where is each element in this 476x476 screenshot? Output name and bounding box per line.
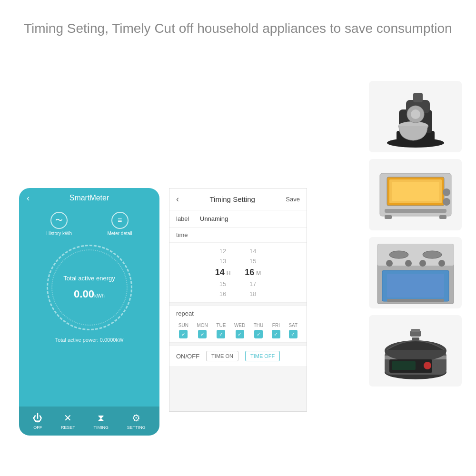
stand-mixer-image	[369, 81, 462, 152]
toaster-oven-image	[369, 159, 462, 230]
footer-reset-label: RESET	[61, 425, 75, 430]
svg-rect-33	[411, 329, 420, 332]
day-thu-check: ✓	[254, 330, 263, 338]
onoff-label: ON/OFF	[176, 353, 199, 360]
power-off-icon: ⏻	[33, 413, 42, 424]
day-wed[interactable]: WED ✓	[234, 323, 245, 338]
hour-12: 12	[219, 247, 226, 256]
footer-reset[interactable]: ✕ RESET	[61, 412, 75, 430]
history-kwh-item[interactable]: 〜 History kWh	[46, 212, 72, 236]
svg-point-7	[411, 109, 420, 119]
svg-point-27	[438, 260, 445, 267]
power-text: Total active power: 0.0000kW	[19, 335, 159, 345]
minutes-column: 14 15 16 M 17 18	[245, 247, 261, 298]
svg-point-20	[423, 251, 442, 258]
day-wed-check: ✓	[236, 330, 244, 338]
hours-column: 12 13 14 H 15 16	[215, 247, 231, 298]
footer-off-label: OFF	[33, 425, 42, 430]
day-sat-check: ✓	[289, 330, 298, 338]
timing-panel: ‹ Timing Setting Save label Unnaming tim…	[169, 188, 307, 412]
hour-16: 16	[219, 289, 226, 298]
timing-panel-title: Timing Setting	[210, 195, 255, 203]
svg-point-15	[443, 188, 450, 196]
svg-point-26	[419, 260, 426, 267]
timing-header: ‹ Timing Setting Save	[169, 188, 307, 210]
min-17: 17	[249, 279, 256, 288]
hour-14-selected: 14	[215, 267, 225, 278]
day-fri-label: FRI	[272, 323, 280, 328]
phone-mockup: ‹ SmartMeter 〜 History kWh ≡ Meter detai…	[19, 188, 159, 436]
timing-back-button[interactable]: ‹	[176, 194, 179, 204]
toaster-oven-svg	[373, 164, 458, 226]
day-sat[interactable]: SAT ✓	[288, 323, 298, 338]
onoff-section: ON/OFF TIME ON TIME OFF	[169, 346, 307, 366]
day-tue[interactable]: TUE ✓	[216, 323, 226, 338]
time-section: time 12 13 14 H 15 16 14 15	[169, 228, 307, 303]
svg-point-24	[386, 260, 393, 267]
min-selected-row: 16 M	[245, 267, 261, 278]
phone-icons-row: 〜 History kWh ≡ Meter detail	[19, 208, 159, 240]
svg-rect-14	[439, 215, 446, 219]
day-sun-check: ✓	[179, 330, 188, 338]
svg-point-16	[443, 198, 450, 206]
repeat-header: repeat	[169, 306, 307, 321]
svg-point-37	[433, 363, 438, 368]
hour-selected-row: 14 H	[215, 267, 231, 278]
day-sun[interactable]: SUN ✓	[178, 323, 188, 338]
min-15: 15	[249, 257, 256, 266]
phone-header: ‹ SmartMeter	[19, 188, 159, 208]
meter-icon: ≡	[111, 212, 129, 229]
footer-setting[interactable]: ⚙ SETTING	[127, 412, 146, 430]
gauge-area: Total active energy 0.00 kWh	[19, 240, 159, 335]
day-sat-label: SAT	[288, 323, 298, 328]
label-value: Unnaming	[200, 215, 228, 222]
time-picker: 12 13 14 H 15 16 14 15 16 M	[169, 243, 307, 302]
wave-icon: 〜	[50, 212, 68, 229]
header-title: Timing Seting, Timely Cut off household …	[24, 21, 452, 36]
day-thu[interactable]: THU ✓	[254, 323, 264, 338]
timing-save-button[interactable]: Save	[286, 196, 300, 203]
phone-back-button[interactable]: ‹	[27, 193, 30, 203]
history-kwh-label: History kWh	[46, 231, 72, 236]
svg-point-19	[389, 251, 408, 258]
min-14: 14	[249, 247, 256, 256]
footer-off[interactable]: ⏻ OFF	[33, 413, 42, 430]
svg-rect-13	[385, 215, 392, 219]
gauge-inner	[51, 249, 128, 326]
time-off-button[interactable]: TIME OFF	[245, 351, 280, 361]
days-row: SUN ✓ MON ✓ TUE ✓ WED ✓ THU ✓	[169, 321, 307, 342]
min-suffix: M	[256, 270, 261, 277]
day-fri-check: ✓	[272, 330, 280, 338]
time-section-header: time	[169, 228, 307, 243]
svg-rect-12	[385, 209, 446, 213]
day-thu-label: THU	[254, 323, 264, 328]
day-tue-label: TUE	[216, 323, 226, 328]
range-oven-image	[369, 237, 462, 308]
time-on-button[interactable]: TIME ON	[206, 351, 238, 361]
meter-detail-item[interactable]: ≡ Meter detail	[108, 212, 132, 236]
rice-cooker-image	[369, 315, 462, 387]
page-container: Timing Seting, Timely Cut off household …	[0, 0, 476, 476]
day-mon[interactable]: MON ✓	[197, 323, 208, 338]
day-tue-check: ✓	[217, 330, 225, 338]
footer-timing[interactable]: ⧗ TIMING	[94, 413, 109, 430]
svg-rect-22	[387, 274, 444, 298]
day-wed-label: WED	[234, 323, 245, 328]
day-mon-check: ✓	[198, 330, 207, 338]
phone-footer: ⏻ OFF ✕ RESET ⧗ TIMING ⚙ SETTING	[19, 407, 159, 436]
svg-rect-38	[412, 337, 419, 340]
svg-point-25	[405, 260, 412, 267]
day-fri[interactable]: FRI ✓	[272, 323, 280, 338]
hour-suffix: H	[227, 270, 231, 277]
hour-13: 13	[219, 257, 226, 266]
label-row: label Unnaming	[169, 210, 307, 228]
svg-point-36	[424, 362, 431, 369]
setting-icon: ⚙	[132, 412, 140, 424]
range-oven-svg	[373, 239, 458, 306]
reset-icon: ✕	[64, 412, 72, 424]
min-16-selected: 16	[245, 267, 254, 278]
rice-cooker-svg	[373, 317, 458, 384]
phone-title: SmartMeter	[69, 194, 109, 202]
footer-setting-label: SETTING	[127, 425, 146, 430]
timing-icon: ⧗	[98, 413, 104, 424]
